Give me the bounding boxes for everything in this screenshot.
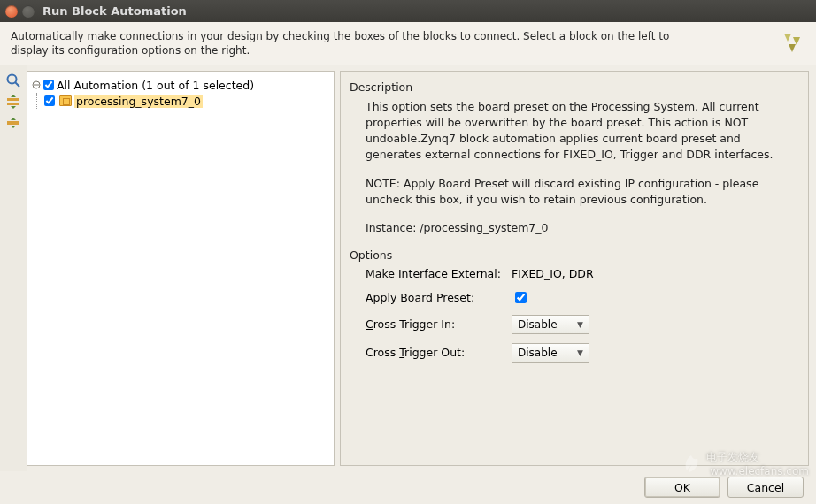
svg-marker-2	[789, 44, 796, 52]
svg-rect-9	[7, 121, 19, 125]
option-row-cross-trigger-out: Cross Trigger Out: Disable ▼	[366, 343, 799, 363]
cross-trigger-in-dropdown[interactable]: Disable ▼	[512, 315, 589, 334]
make-external-label: Make Interface External:	[366, 267, 512, 280]
collapse-all-icon[interactable]	[5, 115, 21, 131]
expand-all-icon[interactable]	[5, 94, 21, 110]
svg-marker-7	[11, 95, 16, 97]
ip-block-icon	[59, 95, 72, 106]
cross-trigger-out-dropdown[interactable]: Disable ▼	[512, 343, 589, 363]
cross-trigger-in-label: Cross Trigger In:	[366, 317, 512, 331]
option-row-cross-trigger-in: Cross Trigger In: Disable ▼	[366, 315, 799, 334]
cross-trigger-out-label: Cross Trigger Out:	[366, 346, 512, 359]
option-row-make-external: Make Interface External: FIXED_IO, DDR	[366, 267, 799, 280]
automation-tree[interactable]: All Automation (1 out of 1 selected) pro…	[27, 71, 335, 466]
window-titlebar: Run Block Automation	[0, 0, 816, 22]
svg-marker-10	[11, 118, 16, 120]
tree-expander-icon[interactable]	[31, 80, 42, 90]
tree-root-label: All Automation (1 out of 1 selected)	[57, 79, 254, 92]
tree-child-label: processing_system7_0	[74, 95, 203, 108]
svg-rect-5	[7, 98, 19, 101]
header-description: Automatically make connections in your d…	[0, 22, 816, 65]
apply-preset-label: Apply Board Preset:	[366, 291, 512, 304]
main-area: All Automation (1 out of 1 selected) pro…	[0, 65, 816, 471]
description-text-2: NOTE: Apply Board Preset will discard ex…	[366, 176, 799, 208]
svg-marker-8	[11, 106, 16, 109]
left-toolbar	[0, 65, 27, 471]
svg-marker-1	[793, 37, 800, 45]
vivado-logo-icon	[779, 30, 805, 57]
cross-trigger-out-value: Disable	[518, 347, 558, 359]
minimize-icon[interactable]	[22, 5, 35, 18]
svg-line-4	[15, 82, 19, 87]
tree-root-checkbox[interactable]	[43, 80, 54, 90]
svg-marker-0	[784, 34, 791, 42]
options-heading: Options	[350, 248, 799, 262]
svg-rect-6	[7, 103, 19, 105]
apply-preset-checkbox[interactable]	[515, 292, 527, 303]
dialog-footer: OK Cancel	[0, 471, 816, 503]
chevron-down-icon: ▼	[577, 320, 583, 329]
details-panel: Description This option sets the board p…	[340, 71, 809, 466]
cross-trigger-in-value: Disable	[518, 318, 558, 331]
description-text-1: This option sets the board preset on the…	[366, 99, 799, 164]
instance-label: Instance: /processing_system7_0	[366, 220, 799, 236]
tree-child-checkbox[interactable]	[44, 95, 55, 106]
close-icon[interactable]	[5, 5, 18, 18]
search-icon[interactable]	[5, 73, 21, 88]
svg-marker-11	[11, 126, 16, 128]
window-title: Run Block Automation	[42, 4, 187, 18]
option-row-apply-preset: Apply Board Preset:	[366, 289, 799, 306]
make-external-value: FIXED_IO, DDR	[512, 267, 594, 280]
description-heading: Description	[350, 80, 799, 94]
cancel-button[interactable]: Cancel	[727, 477, 804, 498]
tree-row[interactable]: All Automation (1 out of 1 selected)	[31, 77, 330, 93]
tree-row[interactable]: processing_system7_0	[44, 93, 330, 109]
ok-button[interactable]: OK	[644, 477, 720, 498]
chevron-down-icon: ▼	[577, 348, 583, 357]
header-description-text: Automatically make connections in your d…	[11, 29, 701, 57]
